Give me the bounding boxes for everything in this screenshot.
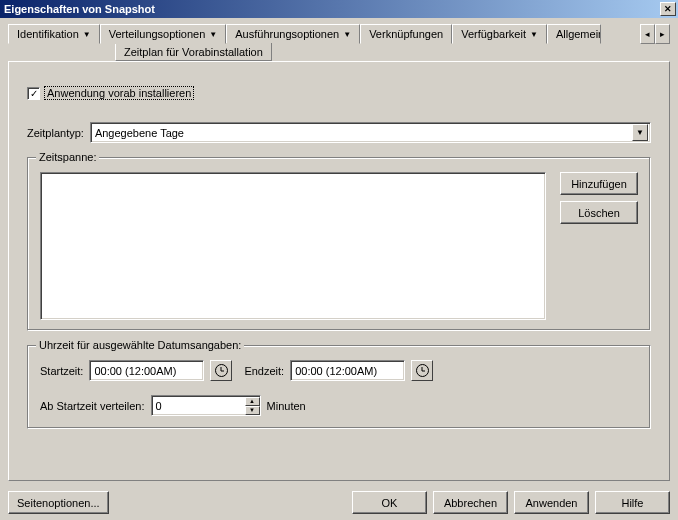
uhrzeit-group: Uhrzeit für ausgewählte Datumsangaben: S… xyxy=(27,345,651,429)
zeitplantyp-dropdown[interactable]: Angegebene Tage ▼ xyxy=(90,122,651,143)
dropdown-button[interactable]: ▼ xyxy=(632,124,648,141)
button-label: Löschen xyxy=(578,207,620,219)
tab-ausfuehrungsoptionen[interactable]: Ausführungsoptionen ▼ xyxy=(226,24,360,44)
tab-verknuepfungen[interactable]: Verknüpfungen xyxy=(360,24,452,44)
dropdown-value: Angegebene Tage xyxy=(93,127,632,139)
startzeit-value: 00:00 (12:00AM) xyxy=(94,365,176,377)
endzeit-label: Endzeit: xyxy=(244,365,284,377)
subtab-zeitplan[interactable]: Zeitplan für Vorabinstallation xyxy=(115,43,272,61)
endzeit-clock-button[interactable] xyxy=(411,360,433,381)
checkmark-icon: ✓ xyxy=(30,88,38,99)
tab-nav: ◂ ▸ xyxy=(640,24,670,44)
tab-label: Verfügbarkeit xyxy=(461,28,526,40)
tab-row: Identifikation ▼ Verteilungsoptionen ▼ A… xyxy=(8,24,670,62)
verteilen-label: Ab Startzeit verteilen: xyxy=(40,400,145,412)
zeitspanne-group: Zeitspanne: Hinzufügen Löschen xyxy=(27,157,651,331)
tab-verfuegbarkeit[interactable]: Verfügbarkeit ▼ xyxy=(452,24,547,44)
dropdown-arrow-icon: ▼ xyxy=(530,30,538,39)
tab-label: Ausführungsoptionen xyxy=(235,28,339,40)
verteilen-spinner[interactable]: 0 ▲ ▼ xyxy=(151,395,261,416)
bottom-bar: Seitenoptionen... OK Abbrechen Anwenden … xyxy=(8,481,670,514)
clock-icon xyxy=(215,364,228,377)
seitenoptionen-button[interactable]: Seitenoptionen... xyxy=(8,491,109,514)
tab-content: ✓ Anwendung vorab installieren Zeitplant… xyxy=(8,61,670,481)
anwenden-button[interactable]: Anwenden xyxy=(514,491,589,514)
dialog-body: Identifikation ▼ Verteilungsoptionen ▼ A… xyxy=(0,18,678,520)
zeitplantyp-label: Zeitplantyp: xyxy=(27,127,84,139)
tab-verteilungsoptionen[interactable]: Verteilungsoptionen ▼ xyxy=(100,24,227,44)
preinstall-label: Anwendung vorab installieren xyxy=(44,86,194,100)
ok-button[interactable]: OK xyxy=(352,491,427,514)
dropdown-arrow-icon: ▼ xyxy=(83,30,91,39)
minuten-label: Minuten xyxy=(267,400,306,412)
button-label: OK xyxy=(382,497,398,509)
window-title: Eigenschaften von Snapshot xyxy=(4,3,660,15)
hinzufuegen-button[interactable]: Hinzufügen xyxy=(560,172,638,195)
tab-label: Verknüpfungen xyxy=(369,28,443,40)
titlebar: Eigenschaften von Snapshot ✕ xyxy=(0,0,678,18)
button-label: Anwenden xyxy=(526,497,578,509)
zeitspanne-title: Zeitspanne: xyxy=(36,151,99,163)
tab-label: Identifikation xyxy=(17,28,79,40)
spinner-up[interactable]: ▲ xyxy=(245,397,260,406)
preinstall-checkbox[interactable]: ✓ xyxy=(27,87,40,100)
tab-scroll-right[interactable]: ▸ xyxy=(655,24,670,44)
zeitplantyp-row: Zeitplantyp: Angegebene Tage ▼ xyxy=(27,122,651,143)
tab-identifikation[interactable]: Identifikation ▼ xyxy=(8,24,100,44)
zeitspanne-listbox[interactable] xyxy=(40,172,546,320)
subtab-label: Zeitplan für Vorabinstallation xyxy=(124,46,263,58)
button-label: Abbrechen xyxy=(444,497,497,509)
spinner-down[interactable]: ▼ xyxy=(245,406,260,415)
verteilen-row: Ab Startzeit verteilen: 0 ▲ ▼ Minuten xyxy=(40,395,638,416)
button-label: Seitenoptionen... xyxy=(17,497,100,509)
dropdown-arrow-icon: ▼ xyxy=(209,30,217,39)
spinner-buttons: ▲ ▼ xyxy=(245,397,260,415)
endzeit-value: 00:00 (12:00AM) xyxy=(295,365,377,377)
abbrechen-button[interactable]: Abbrechen xyxy=(433,491,508,514)
dropdown-arrow-icon: ▼ xyxy=(343,30,351,39)
startzeit-field[interactable]: 00:00 (12:00AM) xyxy=(89,360,204,381)
endzeit-field[interactable]: 00:00 (12:00AM) xyxy=(290,360,405,381)
button-label: Hinzufügen xyxy=(571,178,627,190)
startzeit-clock-button[interactable] xyxy=(210,360,232,381)
time-row: Startzeit: 00:00 (12:00AM) Endzeit: 00:0… xyxy=(40,360,638,381)
tab-label: Verteilungsoptionen xyxy=(109,28,206,40)
tab-scroll-left[interactable]: ◂ xyxy=(640,24,655,44)
startzeit-label: Startzeit: xyxy=(40,365,83,377)
preinstall-checkbox-row: ✓ Anwendung vorab installieren xyxy=(27,86,651,100)
hilfe-button[interactable]: Hilfe xyxy=(595,491,670,514)
close-button[interactable]: ✕ xyxy=(660,2,676,16)
tab-allgemein[interactable]: Allgemein xyxy=(547,24,601,44)
loeschen-button[interactable]: Löschen xyxy=(560,201,638,224)
uhrzeit-title: Uhrzeit für ausgewählte Datumsangaben: xyxy=(36,339,244,351)
verteilen-value: 0 xyxy=(152,400,245,412)
button-label: Hilfe xyxy=(621,497,643,509)
zeitspanne-buttons: Hinzufügen Löschen xyxy=(560,172,638,224)
tab-label: Allgemein xyxy=(556,28,601,40)
clock-icon xyxy=(416,364,429,377)
